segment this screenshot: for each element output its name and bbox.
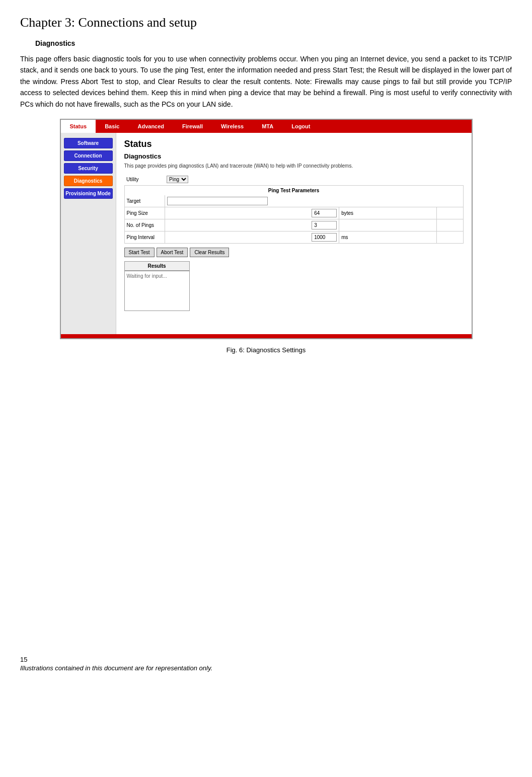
sidebar-item-software[interactable]: Software [64,138,113,148]
target-input[interactable] [167,197,268,205]
nav-item-logout[interactable]: Logout [282,120,319,133]
router-main-content: Status Diagnostics This page provides pi… [116,133,472,334]
nav-item-status[interactable]: Status [61,120,96,133]
fig-caption: Fig. 6: Diagnostics Settings [20,346,512,354]
abort-test-button[interactable]: Abort Test [157,248,188,257]
nav-item-advanced[interactable]: Advanced [128,120,173,133]
sidebar-item-security[interactable]: Security [64,163,113,174]
num-pings-input[interactable] [312,221,337,229]
chapter-title: Chapter 3: Connections and setup [20,15,512,30]
ping-interval-unit: ms [339,231,436,243]
section-heading: Diagnostics [35,39,512,47]
page-number: 15 [20,656,512,663]
diagnostics-form: Utility Ping Ping Test Parameters [124,174,464,244]
router-sidebar: Software Connection Security Diagnostics… [61,133,116,334]
nav-item-firewall[interactable]: Firewall [173,120,212,133]
ping-interval-label: Ping Interval [124,231,165,243]
page-footer: 15 Illustrations contained in this docum… [20,656,512,672]
main-description: This page provides ping diagnostics (LAN… [124,163,464,169]
results-box: Waiting for input... [124,271,190,311]
router-body: Software Connection Security Diagnostics… [61,133,472,334]
num-pings-input-cell [165,219,339,231]
body-text: This page offers basic diagnostic tools … [20,53,512,110]
utility-row: Utility Ping [124,174,463,186]
results-section: Results Waiting for input... [124,261,464,311]
target-row: Target [124,195,463,207]
target-label: Target [124,195,165,207]
ping-interval-input[interactable] [312,233,337,242]
ping-size-row: Ping Size bytes [124,207,463,219]
ping-size-unit: bytes [339,207,436,219]
utility-select-cell: Ping [165,174,339,186]
action-buttons: Start Test Abort Test Clear Results [124,248,464,257]
router-footer-bar [61,334,472,338]
clear-results-button[interactable]: Clear Results [190,248,229,257]
sidebar-item-connection[interactable]: Connection [64,150,113,161]
ping-params-header: Ping Test Parameters [124,185,463,195]
num-pings-row: No. of Pings [124,219,463,231]
ping-size-label: Ping Size [124,207,165,219]
ping-size-input-cell [165,207,339,219]
ping-size-input[interactable] [312,209,337,217]
results-header: Results [124,261,190,271]
main-subheading: Diagnostics [124,152,464,160]
nav-item-wireless[interactable]: Wireless [212,120,253,133]
nav-item-basic[interactable]: Basic [96,120,128,133]
ping-params-header-row: Ping Test Parameters [124,185,463,195]
router-nav: Status Basic Advanced Firewall Wireless … [61,120,472,133]
ping-interval-input-cell [165,231,339,243]
utility-label: Utility [124,174,165,186]
target-input-cell [165,195,463,207]
router-ui-screenshot: Status Basic Advanced Firewall Wireless … [60,119,473,339]
ping-interval-row: Ping Interval ms [124,231,463,243]
main-heading: Status [124,139,464,149]
num-pings-label: No. of Pings [124,219,165,231]
utility-select[interactable]: Ping [167,176,188,183]
footer-note: Illustrations contained in this document… [20,664,512,672]
sidebar-item-provisioning-mode[interactable]: Provisioning Mode [64,188,113,199]
start-test-button[interactable]: Start Test [124,248,155,257]
sidebar-item-diagnostics[interactable]: Diagnostics [64,176,113,186]
nav-item-mta[interactable]: MTA [253,120,282,133]
